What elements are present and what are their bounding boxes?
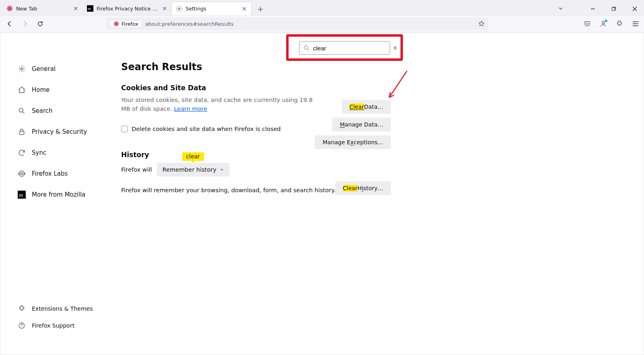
- settings-main: Search Results Cookies and Site Data You…: [121, 61, 627, 212]
- sidebar-item-label: Sync: [32, 149, 46, 156]
- section-cookies: Cookies and Site Data Your stored cookie…: [121, 84, 391, 132]
- sync-icon: [17, 148, 26, 157]
- reload-button[interactable]: [35, 18, 46, 29]
- clear-data-button[interactable]: Clear Data…: [342, 100, 391, 114]
- nav-toolbar: Firefox about:preferences#searchResults: [0, 15, 644, 32]
- gear-icon: [176, 6, 182, 12]
- sidebar-item-label: Privacy & Security: [32, 128, 87, 135]
- annotation-search-highlight: [286, 34, 403, 61]
- mozilla-icon: m: [17, 190, 26, 199]
- page-title: Search Results: [121, 61, 627, 73]
- search-icon: [303, 45, 309, 51]
- svg-rect-13: [19, 131, 24, 135]
- list-all-tabs-button[interactable]: [558, 6, 564, 11]
- cookies-description: Your stored cookies, site data, and cach…: [121, 96, 314, 114]
- svg-point-8: [602, 21, 605, 24]
- extensions-icon[interactable]: [615, 19, 624, 28]
- sidebar-item-support[interactable]: Firefox Support: [15, 320, 120, 331]
- chevron-down-icon: [220, 168, 224, 172]
- svg-point-1: [8, 7, 11, 10]
- checkbox-label: Delete cookies and site data when Firefo…: [132, 126, 281, 132]
- sidebar-item-label: Firefox Support: [32, 322, 74, 329]
- svg-text:m: m: [19, 192, 23, 198]
- settings-sidebar: General Home Search Privacy & Security S…: [15, 62, 103, 201]
- pocket-icon[interactable]: [583, 19, 592, 28]
- search-icon: [17, 106, 26, 115]
- learn-more-link[interactable]: Learn more: [174, 106, 207, 112]
- bookmark-star-icon[interactable]: [478, 21, 485, 27]
- svg-point-17: [24, 173, 25, 174]
- svg-point-12: [19, 108, 23, 112]
- sidebar-item-home[interactable]: Home: [15, 83, 103, 97]
- labs-icon: [17, 169, 26, 178]
- svg-text:m: m: [88, 6, 91, 11]
- window-restore-button[interactable]: [607, 3, 621, 15]
- sidebar-item-label: Search: [32, 107, 53, 114]
- section-history: History Firefox will clear Remember hist…: [121, 151, 391, 193]
- close-icon[interactable]: [241, 6, 248, 12]
- clear-history-button[interactable]: Clear History…: [335, 181, 391, 195]
- mozilla-icon: m: [87, 5, 93, 12]
- sidebar-item-general[interactable]: General: [15, 62, 103, 76]
- puzzle-icon: [17, 304, 26, 313]
- sidebar-item-label: General: [32, 65, 56, 73]
- clear-search-icon[interactable]: [394, 45, 397, 51]
- search-input[interactable]: [312, 44, 390, 52]
- sidebar-item-more-mozilla[interactable]: m More from Mozilla: [15, 188, 103, 201]
- select-label: Remember history: [163, 166, 217, 173]
- find-in-settings[interactable]: [299, 41, 390, 55]
- sidebar-item-label: More from Mozilla: [32, 191, 85, 198]
- identity-chip[interactable]: Firefox: [110, 20, 142, 28]
- sidebar-item-search[interactable]: Search: [15, 104, 103, 118]
- account-icon[interactable]: [599, 19, 608, 28]
- window-close-button[interactable]: [628, 3, 642, 15]
- sidebar-item-sync[interactable]: Sync: [15, 146, 103, 160]
- svg-point-16: [19, 173, 20, 174]
- forward-button[interactable]: [19, 18, 31, 29]
- address-bar[interactable]: Firefox about:preferences#searchResults: [106, 18, 488, 30]
- history-will-label: Firefox will: [121, 166, 152, 173]
- svg-point-11: [21, 68, 23, 70]
- sidebar-item-label: Extensions & Themes: [32, 305, 93, 312]
- preferences-page: General Home Search Privacy & Security S…: [0, 33, 644, 355]
- settings-sidebar-bottom: Extensions & Themes Firefox Support: [15, 303, 120, 331]
- history-heading: History: [121, 151, 391, 159]
- tab-title: Firefox Privacy Notice — Mozil: [97, 6, 159, 12]
- history-mode-row: Firefox will clear Remember history: [121, 163, 391, 176]
- close-icon[interactable]: [72, 5, 79, 12]
- search-match-tag: clear: [182, 152, 204, 161]
- cookies-buttons: Clear Data… Manage Data… Manage Exceptio…: [315, 100, 391, 149]
- svg-point-7: [115, 23, 118, 25]
- tab-new-button[interactable]: [254, 3, 266, 15]
- gear-icon: [17, 64, 26, 73]
- manage-exceptions-button[interactable]: Manage Exceptions…: [315, 135, 391, 149]
- cookies-heading: Cookies and Site Data: [121, 84, 391, 92]
- tab-new-tab[interactable]: New Tab: [2, 2, 83, 15]
- checkbox-icon: [121, 126, 128, 132]
- help-icon: [17, 321, 26, 330]
- manage-data-button[interactable]: Manage Data…: [332, 118, 391, 131]
- lock-icon: [17, 127, 26, 136]
- sidebar-item-privacy[interactable]: Privacy & Security: [15, 125, 103, 139]
- window-controls: [586, 3, 642, 15]
- tab-title: New Tab: [16, 6, 69, 12]
- url-text: about:preferences#searchResults: [145, 21, 475, 27]
- svg-point-9: [304, 46, 308, 50]
- close-icon[interactable]: [162, 5, 167, 12]
- back-button[interactable]: [4, 18, 15, 29]
- history-mode-select[interactable]: clear Remember history: [157, 163, 229, 176]
- svg-point-4: [178, 8, 180, 10]
- home-icon: [17, 85, 26, 94]
- tab-title: Settings: [186, 6, 238, 12]
- app-menu-icon[interactable]: [631, 19, 640, 28]
- sidebar-item-label: Home: [32, 86, 50, 93]
- window-minimize-button[interactable]: [586, 3, 600, 15]
- toolbar-right: [583, 19, 640, 28]
- svg-point-14: [21, 173, 23, 175]
- firefox-icon: [6, 5, 13, 12]
- sidebar-item-labs[interactable]: Firefox Labs: [15, 167, 103, 181]
- sidebar-item-extensions[interactable]: Extensions & Themes: [15, 303, 120, 314]
- tab-privacy-notice[interactable]: m Firefox Privacy Notice — Mozil: [83, 2, 171, 15]
- tab-strip: New Tab m Firefox Privacy Notice — Mozil…: [0, 0, 644, 15]
- tab-settings[interactable]: Settings: [171, 2, 252, 15]
